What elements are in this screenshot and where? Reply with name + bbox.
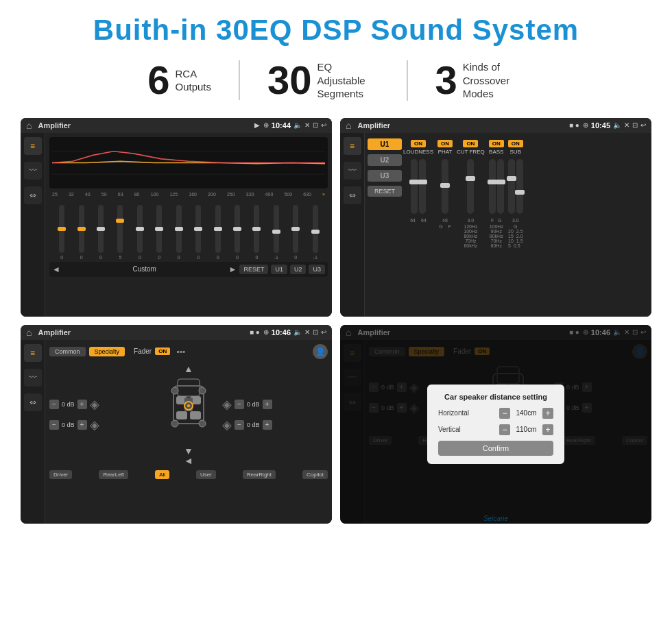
sub-sliders — [508, 156, 523, 217]
window-icon-2: ⊡ — [632, 121, 638, 129]
vertical-value: 110cm — [514, 426, 538, 433]
volume-icon-2: 🔈 — [613, 121, 621, 129]
cutfreq-on[interactable]: ON — [463, 140, 478, 147]
sidebar-eq-icon[interactable]: ≡ — [24, 137, 42, 155]
fader-plus-tr[interactable]: + — [263, 400, 272, 409]
sidebar-arrows-icon[interactable]: ⇔ — [24, 186, 42, 204]
svg-point-11 — [199, 420, 206, 427]
bass-label: BASS — [489, 149, 503, 155]
svg-point-10 — [171, 420, 178, 427]
eq-freq-labels: 2532405063 80100125160200 25032040050063… — [49, 192, 328, 197]
u3-btn[interactable]: U3 — [309, 265, 325, 274]
u1-btn[interactable]: U1 — [271, 265, 287, 274]
specialty-tab[interactable]: Specialty — [89, 347, 125, 356]
common-tab[interactable]: Common — [49, 347, 86, 356]
prev-arrow[interactable]: ◄ — [52, 265, 60, 274]
sub-slider-l[interactable] — [508, 159, 515, 214]
u2-btn[interactable]: U2 — [290, 265, 307, 274]
eq-slider-3: 5 — [117, 205, 123, 260]
app-title-2: Amplifier — [357, 121, 566, 130]
rearright-btn[interactable]: RearRight — [243, 470, 276, 479]
loudness-slider-l[interactable] — [411, 159, 418, 214]
amp-phat: ON PHAT 48 GF — [437, 140, 453, 248]
eq-sliders: 0 0 0 5 — [49, 198, 328, 260]
dialog-vertical-row: Vertical − 110cm + — [438, 424, 553, 435]
sub-slider-r[interactable] — [516, 159, 523, 214]
sidebar-arrows-icon-2[interactable]: ⇔ — [344, 186, 361, 204]
eq-slider-8: 0 — [215, 205, 221, 260]
u3-amp-btn[interactable]: U3 — [368, 170, 402, 182]
loudness-label: LOUDNESS — [403, 149, 433, 155]
amp-main-area: U1 U2 U3 RESET ON LOUDNESS — [365, 133, 651, 317]
home-icon-1[interactable]: ⌂ — [26, 120, 32, 131]
home-icon-2[interactable]: ⌂ — [346, 120, 351, 131]
loudness-on[interactable]: ON — [411, 140, 426, 147]
eq-slider-12: 0 — [293, 205, 298, 260]
phat-sliders — [442, 156, 448, 217]
svg-point-12 — [171, 387, 178, 394]
close-icon-2: ✕ — [624, 121, 629, 129]
bass-slider-r[interactable] — [497, 159, 504, 214]
bass-on[interactable]: ON — [489, 140, 504, 147]
user-btn[interactable]: User — [196, 470, 216, 479]
eq-bottom-bar: ◄ Custom ► RESET U1 U2 U3 — [49, 262, 328, 277]
sidebar-eq-icon-2[interactable]: ≡ — [344, 137, 361, 155]
sidebar-eq-icon-3[interactable]: ≡ — [24, 344, 42, 362]
eq-slider-5: 0 — [156, 205, 162, 260]
loudness-slider-r[interactable] — [419, 159, 426, 214]
speaker-fr-icon: ◈ — [222, 397, 232, 412]
next-arrow[interactable]: ► — [229, 265, 237, 274]
fader-minus-bl[interactable]: − — [49, 420, 59, 430]
sidebar-wave-icon-2[interactable]: 〰 — [344, 162, 361, 180]
bass-slider-l[interactable] — [489, 159, 496, 214]
eq-slider-9: 0 — [235, 205, 240, 260]
fader-plus-tl[interactable]: + — [77, 400, 87, 409]
screen-eq: ⌂ Amplifier ▶ ⊕ 10:44 🔈 ✕ ⊡ ↩ ≡ 〰 ⇔ — [21, 118, 332, 317]
fader-minus-tl[interactable]: − — [49, 400, 59, 409]
play-icon-1: ▶ — [254, 121, 260, 129]
reset-amp-btn[interactable]: RESET — [368, 186, 402, 197]
fader-left: − 0 dB + ◈ − 0 dB + ◈ — [49, 397, 155, 432]
reset-btn-eq[interactable]: RESET — [239, 265, 268, 274]
fader-row-tr: ◈ − 0 dB + — [222, 397, 328, 412]
fader-row-bl: − 0 dB + ◈ — [49, 417, 155, 432]
eq-graph — [49, 137, 328, 188]
phat-slider-l[interactable] — [442, 159, 448, 214]
vertical-minus[interactable]: − — [499, 424, 510, 435]
home-icon-3[interactable]: ⌂ — [26, 327, 32, 338]
u1-amp-btn[interactable]: U1 — [368, 138, 402, 150]
stat-crossover: 3 Kinds of Crossover Modes — [408, 60, 552, 101]
fader-plus-bl[interactable]: + — [77, 420, 87, 430]
copilot-btn[interactable]: Copilot — [302, 470, 328, 479]
horizontal-minus[interactable]: − — [499, 408, 510, 419]
fader-on-badge[interactable]: ON — [155, 348, 170, 355]
phat-on[interactable]: ON — [437, 140, 453, 147]
all-btn[interactable]: All — [155, 470, 169, 479]
confirm-button[interactable]: Confirm — [438, 441, 553, 456]
sub-on[interactable]: ON — [508, 140, 523, 147]
vertical-plus[interactable]: + — [542, 424, 553, 435]
horizontal-plus[interactable]: + — [542, 408, 553, 419]
vertical-label: Vertical — [438, 426, 495, 433]
left-arrow-fader[interactable]: ◄ — [184, 455, 193, 466]
fader-minus-tr[interactable]: − — [235, 400, 244, 409]
dialog-horizontal-row: Horizontal − 140cm + — [438, 408, 553, 419]
rearleft-btn[interactable]: RearLeft — [99, 470, 128, 479]
sidebar-arrows-icon-3[interactable]: ⇔ — [24, 393, 42, 411]
gps-icon-1: ⊕ — [263, 121, 269, 129]
screen-fader-dialog: ⌂ Amplifier ■ ● ⊕ 10:46 🔈 ✕ ⊡ ↩ ≡ 〰 ⇔ — [340, 325, 651, 524]
fader-plus-br[interactable]: + — [263, 420, 272, 430]
bass-sliders — [489, 156, 504, 217]
user-icon-fader[interactable]: 👤 — [313, 344, 328, 359]
time-1: 10:44 — [272, 121, 291, 130]
driver-btn[interactable]: Driver — [49, 470, 72, 479]
fader-minus-br[interactable]: − — [235, 420, 244, 430]
eq-slider-4: 0 — [137, 205, 143, 260]
sidebar-wave-icon[interactable]: 〰 — [24, 162, 42, 180]
sidebar-wave-icon-3[interactable]: 〰 — [24, 369, 42, 387]
cutfreq-slider[interactable] — [467, 159, 474, 214]
fader-main-area: Common Specialty Fader ON ▪▪▪ 👤 − — [45, 340, 332, 524]
u2-amp-btn[interactable]: U2 — [368, 154, 402, 166]
svg-rect-7 — [176, 411, 187, 419]
up-arrow-fader[interactable]: ▲ — [184, 363, 193, 374]
